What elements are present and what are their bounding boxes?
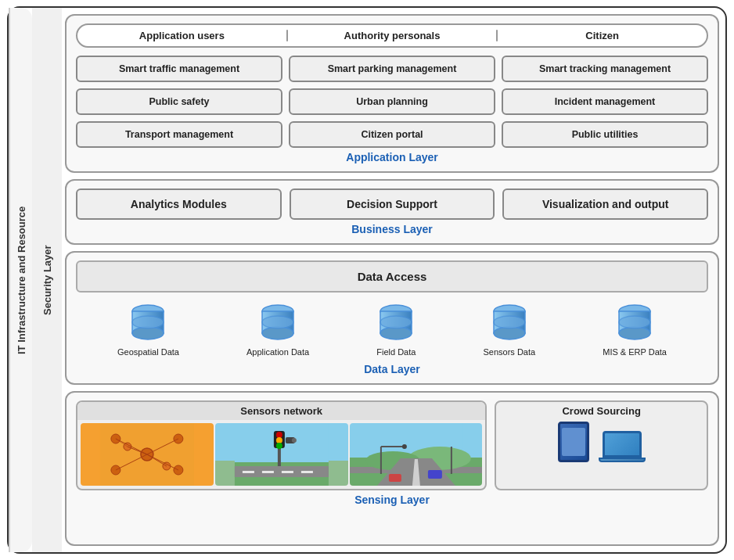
business-cell-2: Visualization and output: [502, 188, 708, 220]
business-layer-title: Business Layer: [76, 223, 708, 235]
mis-erp-db-icon: [616, 303, 653, 344]
geospatial-db-icon: [129, 303, 167, 344]
geospatial-data-item: Geospatial Data: [117, 303, 179, 357]
svg-point-19: [619, 316, 650, 328]
app-cell-0: Smart traffic management: [76, 56, 282, 82]
svg-rect-41: [301, 471, 313, 473]
data-access-box: Data Access: [76, 260, 708, 293]
tablet-icon: [558, 422, 589, 462]
svg-rect-54: [388, 474, 401, 482]
svg-point-3: [132, 316, 164, 328]
svg-point-7: [262, 316, 293, 328]
sensing-layer-title: Sensing Layer: [76, 494, 708, 506]
svg-rect-40: [282, 471, 293, 473]
svg-point-46: [276, 443, 282, 449]
user-divider-2: [496, 30, 498, 41]
road-svg: [350, 423, 483, 486]
app-layer-title: Application Layer: [76, 151, 708, 163]
laptop-base: [599, 458, 646, 462]
data-icons-row: Geospatial Data: [76, 300, 708, 360]
tablet-screen: [562, 428, 585, 456]
it-infrastructure-label: IT Infrastructure and Resource: [9, 8, 32, 552]
business-layer-box: Analytics Modules Decision Support Visua…: [65, 179, 719, 245]
sensing-layer-box: Sensors network: [65, 391, 719, 546]
app-cell-1: Smart parking management: [289, 56, 495, 82]
authority-personals-label: Authority personals: [296, 30, 489, 41]
svg-point-48: [292, 438, 297, 443]
crowd-sourcing-title: Crowd Sourcing: [562, 405, 640, 417]
sensors-network-box: Sensors network: [76, 400, 487, 490]
citizen-label: Citizen: [506, 30, 699, 41]
application-data-label: Application Data: [246, 347, 309, 357]
svg-point-44: [276, 432, 282, 438]
app-cell-8: Public utilities: [502, 121, 708, 148]
svg-rect-38: [243, 471, 254, 473]
mis-erp-data-item: MIS & ERP Data: [603, 303, 667, 357]
crowd-sourcing-box: Crowd Sourcing: [495, 400, 708, 490]
svg-point-45: [276, 437, 282, 443]
user-divider-1: [286, 30, 288, 41]
main-container: IT Infrastructure and Resource Security …: [7, 6, 727, 554]
data-layer-title: Data Layer: [76, 363, 708, 375]
sensors-network-title: Sensors network: [77, 402, 485, 420]
app-cell-7: Citizen portal: [289, 121, 495, 148]
mis-erp-label: MIS & ERP Data: [603, 347, 667, 357]
business-grid: Analytics Modules Decision Support Visua…: [76, 188, 708, 220]
svg-rect-55: [427, 470, 441, 479]
sensing-content: Sensors network: [76, 400, 708, 490]
crowd-sourcing-icons: [558, 422, 646, 462]
field-db-icon: [377, 303, 415, 344]
network-svg: [81, 423, 214, 486]
field-data-item: Field Data: [376, 303, 416, 357]
left-labels: IT Infrastructure and Resource Security …: [9, 8, 62, 552]
laptop-screen: [603, 431, 642, 458]
svg-rect-39: [262, 471, 274, 473]
app-cell-4: Urban planning: [289, 88, 495, 115]
application-layer-box: Application users Authority personals Ci…: [65, 14, 719, 173]
road-scene-image: [350, 423, 483, 486]
business-cell-0: Analytics Modules: [76, 188, 282, 220]
sensors-images: [77, 420, 485, 489]
laptop-icon: [599, 431, 646, 462]
sensors-data-item: Sensors Data: [483, 303, 535, 357]
field-data-label: Field Data: [376, 347, 416, 357]
content-area: Application users Authority personals Ci…: [62, 8, 725, 552]
svg-point-15: [494, 316, 525, 328]
application-db-icon: [259, 303, 297, 344]
app-cell-2: Smart tracking management: [502, 56, 708, 82]
sensors-db-icon: [491, 303, 528, 344]
app-cell-6: Transport management: [76, 121, 282, 148]
network-diagram-image: [81, 423, 214, 486]
traffic-svg: [215, 423, 348, 486]
application-users-label: Application users: [85, 30, 279, 41]
app-cell-5: Incident management: [502, 88, 708, 115]
app-cell-3: Public safety: [76, 88, 282, 115]
application-data-item: Application Data: [246, 303, 309, 357]
data-layer-box: Data Access: [65, 251, 719, 385]
app-grid: Smart traffic management Smart parking m…: [76, 56, 708, 148]
users-row: Application users Authority personals Ci…: [76, 23, 708, 48]
traffic-scene-image: [215, 423, 348, 486]
security-layer-label: Security Layer: [32, 8, 62, 552]
business-cell-1: Decision Support: [290, 188, 495, 220]
svg-point-11: [380, 316, 412, 328]
geospatial-label: Geospatial Data: [117, 347, 179, 357]
sensors-data-label: Sensors Data: [483, 347, 535, 357]
svg-point-59: [401, 444, 406, 449]
